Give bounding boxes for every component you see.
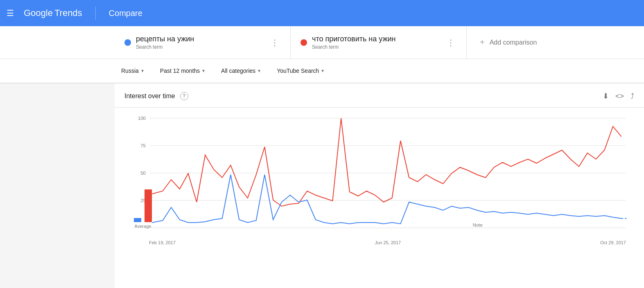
logo-trends: Trends [54, 8, 82, 18]
term-dot-blue [124, 39, 131, 46]
add-comparison-label: Add comparison [490, 39, 537, 46]
x-label-1: Feb 19, 2017 [149, 240, 176, 245]
avg-label: Average [135, 224, 151, 229]
embed-button[interactable]: <> [615, 92, 624, 101]
category-filter[interactable]: All categories ▾ [215, 64, 267, 77]
term-dot-red [301, 39, 307, 46]
interest-chart: 100 75 50 25 Note [124, 114, 634, 237]
avg-bar-blue [134, 218, 141, 222]
region-arrow-icon: ▾ [141, 68, 144, 74]
filters-bar: Russia ▾ Past 12 months ▾ All categories… [0, 59, 644, 83]
chart-area: 100 75 50 25 Note Average [115, 108, 644, 245]
term-1-name: рецепты на ужин [136, 35, 264, 43]
search-type-filter[interactable]: YouTube Search ▾ [270, 64, 330, 77]
term-2-name: что приготовить на ужин [312, 35, 440, 43]
average-section: Average [124, 177, 161, 229]
chart-dates: Feb 19, 2017 Jun 25, 2017 Oct 29, 2017 [124, 239, 626, 245]
region-label: Russia [121, 68, 139, 74]
main-content: Interest over time ? ⬇ <> ⤴ 100 75 5 [0, 83, 644, 288]
chart-title-group: Interest over time ? [124, 92, 188, 100]
category-label: All categories [221, 68, 255, 74]
svg-text:100: 100 [138, 116, 146, 121]
term-2-more-icon[interactable]: ⋮ [445, 36, 456, 49]
chart-actions: ⬇ <> ⤴ [603, 92, 634, 101]
search-type-arrow-icon: ▾ [321, 68, 324, 74]
chart-help-icon[interactable]: ? [180, 92, 188, 100]
logo: Google Trends [24, 8, 82, 18]
term-1-type: Search term [136, 44, 264, 50]
download-button[interactable]: ⬇ [603, 92, 609, 101]
region-filter[interactable]: Russia ▾ [115, 64, 150, 77]
header: ☰ Google Trends Compare [0, 0, 644, 26]
term-2-type: Search term [312, 44, 440, 50]
search-bar: рецепты на ужин Search term ⋮ что пригот… [0, 26, 644, 59]
term-2-text: что приготовить на ужин Search term [312, 35, 440, 50]
chart-header: Interest over time ? ⬇ <> ⤴ [115, 83, 644, 108]
header-divider [95, 7, 96, 20]
x-label-3: Oct 29, 2017 [600, 240, 626, 245]
menu-icon[interactable]: ☰ [7, 8, 14, 18]
avg-bars [134, 177, 152, 222]
chart-section: Interest over time ? ⬇ <> ⤴ 100 75 5 [115, 83, 644, 288]
chart-title: Interest over time [124, 92, 175, 100]
add-comparison-button[interactable]: + Add comparison [467, 26, 644, 59]
term-1-text: рецепты на ужин Search term [136, 35, 264, 50]
term-1-more-icon[interactable]: ⋮ [269, 36, 280, 49]
time-range-label: Past 12 months [160, 68, 200, 74]
search-term-2: что приготовить на ужин Search term ⋮ [291, 26, 467, 59]
svg-text:75: 75 [140, 143, 146, 148]
add-comparison-plus-icon: + [480, 38, 485, 47]
category-arrow-icon: ▾ [258, 68, 260, 74]
time-range-arrow-icon: ▾ [202, 68, 205, 74]
share-button[interactable]: ⤴ [630, 92, 634, 101]
time-range-filter[interactable]: Past 12 months ▾ [154, 64, 211, 77]
sidebar [0, 83, 115, 288]
svg-text:50: 50 [140, 171, 146, 176]
page-title: Compare [109, 9, 142, 18]
logo-google: Google [24, 8, 53, 18]
svg-text:Note: Note [473, 223, 483, 227]
search-type-label: YouTube Search [277, 68, 319, 74]
avg-bar-red [145, 189, 152, 222]
x-label-2: Jun 25, 2017 [375, 240, 401, 245]
search-term-1: рецепты на ужин Search term ⋮ [115, 26, 291, 59]
